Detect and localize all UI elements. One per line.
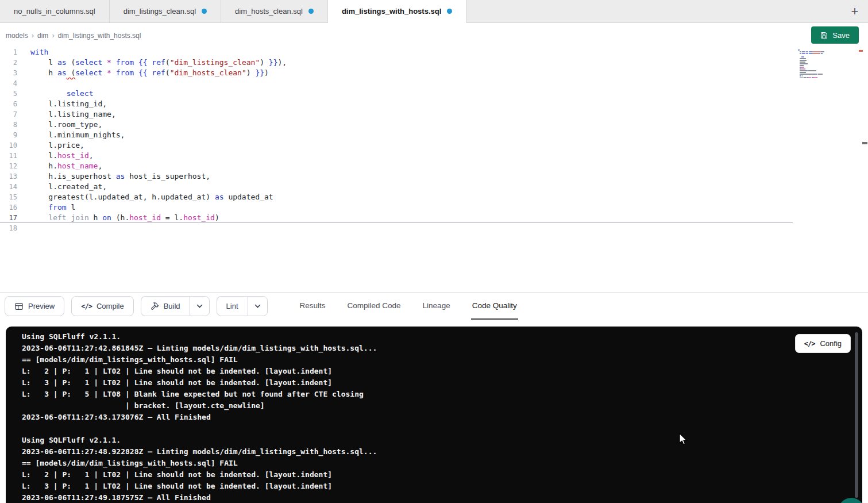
- code-token: [111, 68, 116, 77]
- code-token: ): [264, 68, 269, 77]
- code-line-text: l.room_type,: [17, 120, 102, 130]
- build-dropdown-button[interactable]: [190, 296, 210, 316]
- code-line[interactable]: 10 l.price,: [0, 140, 793, 151]
- hammer-icon: [151, 302, 159, 310]
- editor-tab[interactable]: dim_hosts_clean.sql: [221, 0, 328, 23]
- code-token: host_id: [183, 213, 215, 222]
- code-token: {{ ref: [138, 58, 165, 67]
- chevron-down-icon: [196, 304, 203, 308]
- code-line[interactable]: 6 l.listing_id,: [0, 99, 793, 109]
- breadcrumb: models›dim›dim_listings_with_hosts.sql: [6, 30, 141, 40]
- minimap-line: [798, 55, 838, 56]
- code-line[interactable]: 5 select: [0, 89, 793, 99]
- lint-label: Lint: [226, 302, 238, 310]
- tab-label: dim_listings_clean.sql: [124, 7, 196, 16]
- minimap-token: [805, 68, 805, 70]
- code-line[interactable]: 13 h.is_superhost as host_is_superhost,: [0, 171, 793, 182]
- minimap-line: [798, 63, 838, 64]
- code-line[interactable]: 2 l as (select * from {{ ref("dim_listin…: [0, 57, 793, 68]
- minimap[interactable]: [798, 49, 838, 80]
- code-token: [111, 58, 116, 67]
- modified-dot-icon: [447, 9, 452, 14]
- minimap-token: [812, 53, 820, 54]
- editor-tab[interactable]: no_nulls_in_columns.sql: [0, 0, 110, 23]
- minimap-line: [798, 75, 838, 76]
- code-token: [134, 58, 138, 67]
- line-number: 8: [0, 120, 17, 130]
- code-line[interactable]: 3 h as (select * from {{ ref("dim_hosts_…: [0, 68, 793, 78]
- code-token: h: [30, 68, 57, 77]
- build-button[interactable]: Build: [141, 296, 190, 316]
- minimap-line: [798, 67, 838, 68]
- code-token: ,: [89, 151, 94, 160]
- tab-bar-tabs: no_nulls_in_columns.sqldim_listings_clea…: [0, 0, 466, 23]
- code-line[interactable]: 14 l.created_at,: [0, 182, 793, 192]
- compile-button[interactable]: </> Compile: [71, 296, 133, 316]
- minimap-token: [817, 77, 817, 78]
- code-line-text: h.host_name,: [17, 161, 102, 171]
- panel-tab-code-quality[interactable]: Code Quality: [471, 293, 518, 320]
- line-number: 16: [0, 202, 17, 213]
- breadcrumb-item[interactable]: models: [6, 32, 28, 40]
- code-line[interactable]: 18: [0, 223, 793, 233]
- code-line[interactable]: 1with: [0, 47, 793, 57]
- code-token: l.listing_name,: [30, 110, 116, 118]
- minimap-token: [800, 60, 807, 61]
- code-token: as: [215, 193, 224, 201]
- panel-tab-compiled-code[interactable]: Compiled Code: [346, 293, 402, 320]
- panel-tab-lineage[interactable]: Lineage: [422, 293, 452, 320]
- code-editor[interactable]: 1with2 l as (select * from {{ ref("dim_l…: [0, 47, 868, 292]
- code-token: l.room_type,: [30, 120, 102, 129]
- minimap-line: [798, 70, 838, 71]
- breadcrumb-item[interactable]: dim_listings_with_hosts.sql: [58, 32, 141, 40]
- code-token: [30, 213, 48, 222]
- code-token: from: [48, 203, 66, 212]
- code-token: }}: [251, 68, 264, 77]
- code-token: l.price,: [30, 141, 84, 149]
- code-line[interactable]: 11 l.host_id,: [0, 151, 793, 161]
- minimap-line: [798, 68, 838, 70]
- code-line-text: l.host_id,: [17, 151, 94, 161]
- minimap-token: [800, 62, 805, 63]
- header-bar: models›dim›dim_listings_with_hosts.sql S…: [0, 23, 868, 47]
- code-line-text: h as (select * from {{ ref("dim_hosts_cl…: [17, 68, 269, 78]
- preview-button[interactable]: Preview: [5, 296, 64, 316]
- code-line[interactable]: 4: [0, 78, 793, 89]
- code-line-text: l.minimum_nights,: [17, 130, 125, 140]
- scrollbar-position-marker[interactable]: [862, 142, 867, 144]
- save-button[interactable]: Save: [811, 26, 859, 44]
- tab-bar: no_nulls_in_columns.sqldim_listings_clea…: [0, 0, 868, 23]
- code-token: host_id: [129, 213, 161, 222]
- editor-lines: 1with2 l as (select * from {{ ref("dim_l…: [0, 47, 793, 233]
- code-line[interactable]: 12 h.host_name,: [0, 161, 793, 171]
- minimap-token: [823, 51, 824, 52]
- panel-tab-results[interactable]: Results: [299, 293, 327, 320]
- line-number: 18: [0, 223, 17, 233]
- lint-dropdown-button[interactable]: [248, 296, 268, 316]
- code-line[interactable]: 17 left join h on (h.host_id = l.host_id…: [0, 213, 793, 223]
- config-button[interactable]: </> Config: [795, 334, 851, 353]
- minimap-line: [798, 74, 838, 75]
- lint-button[interactable]: Lint: [217, 296, 248, 316]
- editor-tab[interactable]: dim_listings_clean.sql: [110, 0, 221, 23]
- minimap-token: [800, 58, 805, 59]
- scrollbar-lint-marker: [859, 50, 863, 52]
- tab-bar-filler: [466, 0, 842, 23]
- code-line-text: [17, 223, 30, 233]
- code-token: greatest(l.updated_at, h.updated_at): [30, 193, 215, 201]
- terminal-scrollbar[interactable]: [855, 332, 858, 498]
- code-line[interactable]: 7 l.listing_name,: [0, 109, 793, 120]
- mouse-cursor: [677, 433, 689, 446]
- code-line[interactable]: 16 from l: [0, 202, 793, 213]
- code-token: (: [165, 58, 170, 67]
- editor-tab[interactable]: dim_listings_with_hosts.sql: [328, 0, 466, 23]
- code-line[interactable]: 15 greatest(l.updated_at, h.updated_at) …: [0, 192, 793, 202]
- bottom-toolbar: Preview </> Compile Build Lint ResultsCo…: [0, 292, 868, 320]
- new-tab-button[interactable]: +: [842, 0, 868, 23]
- code-token: as: [116, 172, 125, 181]
- lint-split-button: Lint: [217, 296, 268, 316]
- breadcrumb-item[interactable]: dim: [37, 32, 48, 40]
- code-line[interactable]: 9 l.minimum_nights,: [0, 130, 793, 140]
- code-line[interactable]: 8 l.room_type,: [0, 120, 793, 130]
- minimap-line: [798, 79, 838, 80]
